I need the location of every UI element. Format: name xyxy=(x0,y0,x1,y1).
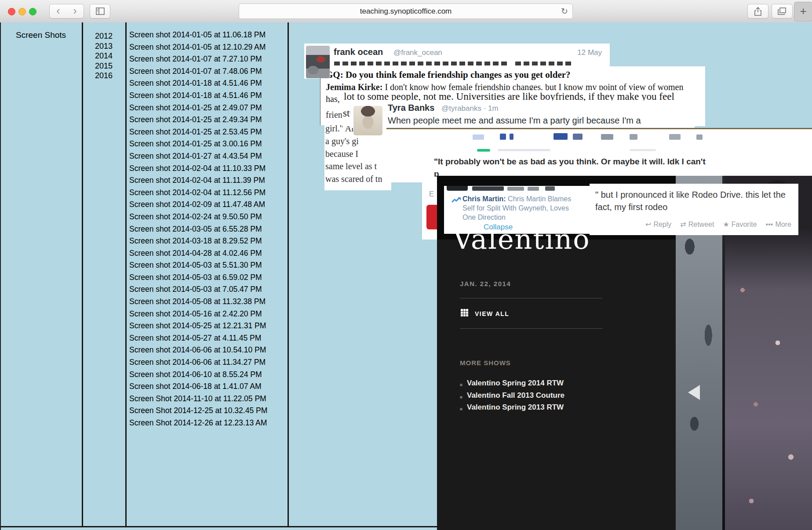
address-bar[interactable]: teaching.synopticoffice.com ↻ xyxy=(239,4,573,19)
browser-toolbar: ‹ › teaching.synopticoffice.com ↻ xyxy=(0,0,812,23)
tweet-action-label: Reply xyxy=(653,221,671,229)
year-link[interactable]: 2012 xyxy=(83,31,125,41)
tweet-action-label: Favorite xyxy=(732,221,757,229)
screenshot-file-link[interactable]: Screen shot 2014-05-27 at 4.11.45 PM xyxy=(129,332,267,345)
tab-overview-icon xyxy=(778,7,787,15)
zoom-window-button[interactable] xyxy=(29,8,36,15)
tweet-text-line: " but I pronounced it like Rodeo Drive. … xyxy=(595,190,786,200)
screenshot-file-link[interactable]: Screen shot 2014-03-05 at 6.55.28 PM xyxy=(129,223,267,236)
clipped-tweet-text xyxy=(515,62,572,65)
show-label: Valentino Fall 2013 Couture xyxy=(467,391,564,403)
tweet-action-label: Retweet xyxy=(688,221,714,229)
sidebar-icon xyxy=(96,7,105,15)
year-link[interactable]: 2013 xyxy=(83,41,125,51)
screenshot-file-link[interactable]: Screen shot 2014-03-18 at 8.29.52 PM xyxy=(129,235,267,247)
screenshot-file-link[interactable]: Screen shot 2014-05-08 at 11.32.38 PM xyxy=(129,296,267,308)
screenshot-file-link[interactable]: Screen shot 2014-01-05 at 11.06.18 PM xyxy=(129,29,267,41)
screenshot-file-link[interactable]: Screen shot 2014-01-07 at 7.27.10 PM xyxy=(129,53,267,65)
screenshot-file-link[interactable]: Screen shot 2014-01-18 at 4.51.46 PM xyxy=(129,77,267,90)
show-label: Valentino Spring 2014 RTW xyxy=(467,379,564,391)
tweet-action-label: More xyxy=(775,221,791,229)
year-nav: 20122013201420152016 xyxy=(83,31,125,81)
screenshot-file-link[interactable]: Screen shot 2014-05-16 at 2.42.20 PM xyxy=(129,308,267,320)
view-all-link: VIEW ALL xyxy=(475,310,509,317)
headline-fragment xyxy=(630,134,637,140)
tweet-action: ⇄ Retweet xyxy=(680,220,714,229)
tweet-text: When people meet me and assume I'm a par… xyxy=(388,116,641,126)
new-tab-button[interactable]: + xyxy=(794,2,812,22)
headline-fragment xyxy=(630,149,656,151)
headline-fragment xyxy=(498,149,550,151)
screenshot-file-link[interactable]: Screen shot 2014-06-18 at 1.41.07 AM xyxy=(129,381,267,393)
headline-screenshot: "It probably won't be as bad as you thin… xyxy=(386,128,812,182)
screenshot-file-link[interactable]: Screen shot 2014-01-25 at 3.00.16 PM xyxy=(129,138,267,150)
screenshot-file-link[interactable]: Screen shot 2014-01-18 at 4.51.46 PM xyxy=(129,90,267,102)
more-shows-heading: MORE SHOWS xyxy=(460,359,511,367)
forward-button[interactable]: › xyxy=(66,4,84,18)
show-label: Valentino Spring 2013 RTW xyxy=(467,403,564,415)
tweet-action: ↩ Reply xyxy=(645,220,671,229)
headline-fragment xyxy=(553,133,568,140)
share-button[interactable] xyxy=(747,4,768,18)
screenshot-file-link[interactable]: Screen shot 2014-01-05 at 12.10.29 AM xyxy=(129,41,267,54)
screenshot-file-link[interactable]: Screen shot 2014-06-06 at 11.34.27 PM xyxy=(129,356,267,369)
collapse-link: Collapse xyxy=(484,223,513,232)
minimize-window-button[interactable] xyxy=(18,8,26,15)
refresh-icon[interactable]: ↻ xyxy=(561,4,568,18)
browser-window: ‹ › teaching.synopticoffice.com ↻ xyxy=(0,0,812,530)
screenshot-file-link[interactable]: Screen shot 2014-02-09 at 11.47.48 AM xyxy=(129,199,267,211)
sidebar-toggle-button[interactable] xyxy=(90,4,110,18)
screenshot-file-link[interactable]: Screen shot 2014-01-25 at 2.53.45 PM xyxy=(129,126,267,138)
clipped-tweet-text xyxy=(334,62,508,65)
screenshot-file-link[interactable]: Screen Shot 2014-12-26 at 12.23.13 AM xyxy=(129,417,267,429)
tweet-author-handle: @tyrabanks · 1m xyxy=(441,104,499,113)
gq-fragment: was scared of tn xyxy=(325,174,382,184)
headline-fragment xyxy=(510,134,513,140)
tweet-action: ★ Favorite xyxy=(723,220,757,229)
close-window-button[interactable] xyxy=(8,8,15,15)
screenshot-file-link[interactable]: Screen shot 2014-06-06 at 10.54.10 PM xyxy=(129,344,267,356)
screenshot-file-link[interactable]: Screen shot 2014-06-10 at 8.55.24 PM xyxy=(129,369,267,381)
show-list-item: Valentino Spring 2014 RTW xyxy=(460,379,564,391)
screenshot-file-link[interactable]: Screen shot 2014-01-25 at 2.49.07 PM xyxy=(129,102,267,114)
screenshot-file-link[interactable]: Screen shot 2014-01-07 at 7.48.06 PM xyxy=(129,65,267,78)
screenshot-file-link[interactable]: Screen shot 2014-02-24 at 9.50.50 PM xyxy=(129,211,267,223)
screenshot-file-link[interactable]: Screen shot 2014-05-03 at 6.59.02 PM xyxy=(129,272,267,284)
valentino-date: JAN. 22, 2014 xyxy=(460,280,511,287)
share-icon xyxy=(754,7,762,16)
screenshot-file-link[interactable]: Screen shot 2014-02-04 at 11.11.39 PM xyxy=(129,174,267,187)
screenshot-file-link[interactable]: Screen shot 2014-05-03 at 7.05.47 PM xyxy=(129,283,267,296)
screenshot-file-link[interactable]: Screen shot 2014-04-28 at 4.02.46 PM xyxy=(129,247,267,260)
tweet-timestamp: 12 May xyxy=(577,48,602,57)
clipped-name-fragment xyxy=(507,187,524,191)
bullet-icon xyxy=(460,408,462,410)
screenshot-file-link[interactable]: Screen Shot 2014-11-10 at 11.22.05 PM xyxy=(129,393,267,405)
screenshot-file-link[interactable]: Screen shot 2014-01-25 at 2.49.34 PM xyxy=(129,114,267,126)
trending-topic: Chris Martin: xyxy=(462,195,506,203)
screenshot-file-link[interactable]: Screen shot 2014-05-03 at 5.51.30 PM xyxy=(129,259,267,272)
quote-text: "It probably won't be as bad as you thin… xyxy=(434,157,706,167)
screenshot-file-link[interactable]: Screen shot 2014-01-27 at 4.43.54 PM xyxy=(129,150,267,163)
screenshot-file-link[interactable]: Screen Shot 2014-12-25 at 10.32.45 PM xyxy=(129,405,267,417)
column-divider xyxy=(288,22,289,527)
screenshot-file-link[interactable]: Screen shot 2014-02-04 at 11.12.56 PM xyxy=(129,187,267,199)
back-button[interactable]: ‹ xyxy=(49,4,67,18)
content-bottom-border xyxy=(1,526,437,527)
clipped-name-fragment xyxy=(528,187,539,191)
tweet-author-name: frank ocean xyxy=(334,47,383,57)
year-link[interactable]: 2015 xyxy=(83,61,125,71)
year-link[interactable]: 2016 xyxy=(83,71,125,81)
column-divider xyxy=(125,22,127,527)
more-shows-list: Valentino Spring 2014 RTW Valentino Fall… xyxy=(460,379,564,415)
clipped-name-fragment xyxy=(545,186,555,191)
screenshot-file-link[interactable]: Screen shot 2014-02-04 at 11.10.33 PM xyxy=(129,163,267,175)
tweet-action-icon: ••• xyxy=(766,221,773,229)
address-bar-url: teaching.synopticoffice.com xyxy=(239,4,572,18)
year-link[interactable]: 2014 xyxy=(83,51,125,61)
forward-icon: › xyxy=(66,4,84,17)
screenshot-file-link[interactable]: Screen shot 2014-05-25 at 12.21.31 PM xyxy=(129,320,267,332)
tab-overview-button[interactable] xyxy=(772,4,793,18)
tweet-action: ••• More xyxy=(766,220,791,229)
screenshot-file-list: Screen shot 2014-01-05 at 11.06.18 PMScr… xyxy=(129,29,267,429)
tweet-action-icon: ↩ xyxy=(645,220,651,229)
